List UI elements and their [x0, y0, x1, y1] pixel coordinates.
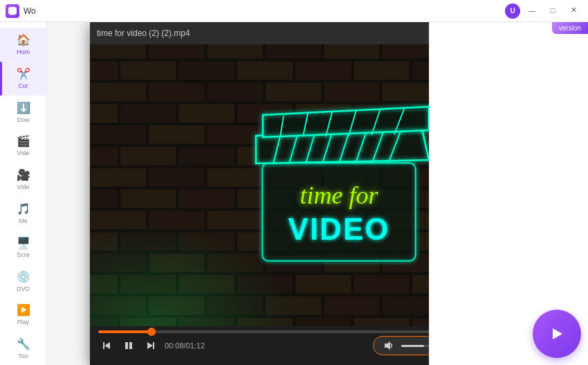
svg-rect-118 — [90, 317, 118, 326]
controls-row: 00:08/01:12 — [98, 336, 429, 355]
svg-rect-13 — [237, 61, 293, 81]
app-name: Wo — [24, 6, 36, 16]
svg-rect-6 — [382, 44, 429, 59]
svg-rect-20 — [148, 82, 205, 102]
svg-rect-5 — [323, 44, 380, 59]
player-controls: 00:08/01:12 — [90, 326, 429, 365]
pause-button[interactable] — [120, 337, 137, 354]
svg-rect-124 — [412, 317, 429, 326]
app-layout: 🏠 Hom ✂️ Cor ⬇️ Dow 🎬 Vide 🎥 Vide 🎵 Me 🖥… — [0, 22, 588, 365]
minimize-button[interactable]: — — [523, 3, 541, 17]
svg-rect-74 — [148, 211, 205, 231]
svg-rect-150 — [103, 342, 104, 349]
sidebar-item-video2[interactable]: 🎥 Vide — [0, 163, 46, 197]
prev-button[interactable] — [98, 337, 115, 354]
svg-marker-153 — [147, 342, 153, 349]
media-icon: 🎵 — [17, 202, 30, 215]
svg-marker-149 — [104, 342, 110, 349]
convert-icon — [547, 324, 567, 344]
close-button[interactable]: ✕ — [564, 3, 582, 17]
volume-button[interactable] — [380, 339, 397, 353]
svg-rect-16 — [412, 61, 429, 81]
time-display: 00:08/01:12 — [165, 341, 205, 350]
svg-rect-113 — [323, 296, 380, 316]
screen-icon: 🖥️ — [17, 236, 30, 249]
sidebar-label-dvd: DVD — [17, 285, 30, 293]
svg-rect-110 — [148, 296, 205, 316]
progress-bar[interactable] — [98, 330, 429, 333]
home-icon: 🏠 — [17, 33, 30, 46]
sidebar-item-media[interactable]: 🎵 Me — [0, 197, 46, 231]
svg-rect-48 — [178, 146, 235, 166]
svg-rect-11 — [120, 61, 176, 81]
svg-rect-112 — [265, 296, 322, 316]
svg-rect-121 — [237, 317, 293, 326]
sidebar-item-home[interactable]: 🏠 Hom — [0, 28, 46, 62]
svg-rect-102 — [178, 274, 235, 294]
svg-rect-12 — [178, 61, 235, 81]
svg-rect-2 — [148, 44, 205, 59]
convert-button[interactable] — [533, 310, 581, 358]
svg-rect-104 — [295, 274, 351, 294]
svg-rect-119 — [120, 317, 176, 326]
svg-rect-47 — [120, 146, 176, 166]
sidebar-item-download[interactable]: ⬇️ Dow — [0, 96, 46, 130]
sidebar-item-player[interactable]: ▶️ Play — [0, 298, 46, 332]
svg-rect-56 — [148, 168, 205, 188]
account-icon[interactable]: U — [505, 3, 520, 19]
svg-rect-10 — [90, 61, 118, 81]
svg-rect-100 — [90, 274, 118, 294]
video-icon: 🎬 — [17, 134, 30, 148]
controls-right-group: T — [373, 336, 429, 355]
sidebar-label-tools: Too — [18, 353, 28, 360]
svg-rect-103 — [237, 274, 293, 294]
sidebar-item-video1[interactable]: 🎬 Vide — [0, 129, 46, 163]
next-button[interactable] — [143, 337, 159, 354]
sidebar-item-tools[interactable]: 🔧 Too — [0, 332, 46, 365]
svg-rect-37 — [90, 125, 147, 145]
svg-rect-30 — [178, 103, 235, 123]
main-content: time for video (2) (2).mp4 ✕ — [47, 22, 429, 365]
svg-rect-82 — [90, 231, 118, 251]
progress-thumb[interactable] — [147, 328, 156, 336]
svg-rect-123 — [353, 317, 410, 326]
convert-icon: ✂️ — [17, 67, 30, 80]
svg-text:time for: time for — [300, 181, 379, 209]
svg-rect-114 — [382, 296, 429, 316]
svg-marker-167 — [553, 328, 562, 339]
next-icon — [146, 341, 156, 350]
svg-rect-91 — [90, 253, 147, 273]
sidebar-label-screen: Scre — [17, 251, 30, 259]
upgrade-banner: version — [552, 22, 588, 34]
player-title-bar: time for video (2) (2).mp4 ✕ — [90, 22, 429, 44]
svg-rect-15 — [353, 61, 410, 81]
maximize-button[interactable]: □ — [544, 3, 562, 17]
sidebar-item-convert[interactable]: ✂️ Cor — [0, 62, 46, 96]
svg-rect-1 — [90, 44, 147, 59]
svg-rect-106 — [412, 274, 429, 294]
volume-icon — [383, 340, 394, 351]
svg-rect-65 — [120, 189, 176, 209]
sidebar-item-screen[interactable]: 🖥️ Scre — [0, 231, 46, 265]
svg-rect-105 — [353, 274, 410, 294]
dvd-icon: 💿 — [17, 270, 30, 283]
svg-rect-120 — [178, 317, 235, 326]
sidebar-item-dvd[interactable]: 💿 DVD — [0, 265, 46, 299]
svg-text:VIDEO: VIDEO — [288, 212, 390, 246]
svg-rect-151 — [125, 342, 128, 349]
right-panel: version — [429, 22, 588, 365]
sidebar-label-download: Dow — [17, 116, 29, 124]
player-icon: ▶️ — [17, 303, 30, 317]
svg-marker-155 — [385, 341, 390, 350]
svg-rect-154 — [153, 342, 154, 349]
svg-rect-101 — [120, 274, 176, 294]
svg-rect-64 — [90, 189, 118, 209]
sidebar-label-player: Play — [17, 319, 30, 326]
svg-rect-46 — [90, 146, 118, 166]
sidebar-label-media: Me — [19, 217, 28, 225]
progress-fill — [98, 330, 151, 333]
svg-rect-28 — [90, 103, 118, 123]
sidebar-label-home: Hom — [17, 48, 30, 56]
volume-slider[interactable] — [401, 345, 429, 347]
neon-clapperboard: time for VIDEO — [228, 94, 429, 277]
